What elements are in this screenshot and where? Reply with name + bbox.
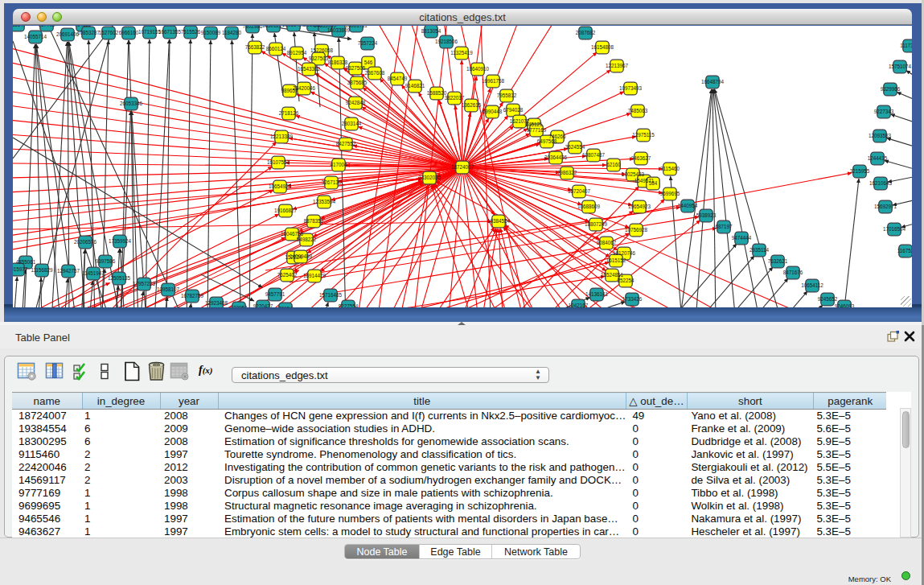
svg-text:9146821: 9146821 (405, 83, 425, 89)
svg-text:7802986: 7802986 (243, 26, 263, 29)
svg-text:8454749: 8454749 (388, 76, 408, 81)
svg-text:16033809: 16033809 (327, 27, 351, 33)
svg-text:16648794: 16648794 (701, 79, 725, 84)
svg-text:17359924: 17359924 (109, 238, 132, 244)
svg-text:1117384: 1117384 (900, 43, 912, 48)
svg-text:10688609: 10688609 (577, 204, 601, 209)
svg-text:10958107: 10958107 (157, 286, 180, 292)
svg-text:5498222: 5498222 (297, 237, 317, 242)
svg-text:17016504: 17016504 (883, 226, 906, 232)
svg-text:26053346: 26053346 (120, 101, 143, 106)
svg-text:9245652: 9245652 (818, 296, 838, 302)
svg-text:9474444: 9474444 (732, 235, 752, 241)
svg-text:9777169: 9777169 (527, 127, 547, 133)
svg-text:9227343: 9227343 (874, 109, 894, 114)
svg-text:8813054: 8813054 (421, 28, 441, 34)
svg-text:4855061: 4855061 (16, 259, 36, 265)
svg-text:14099489: 14099489 (290, 253, 313, 259)
svg-text:19654923: 19654923 (628, 204, 651, 209)
svg-text:8471676: 8471676 (783, 270, 803, 275)
svg-text:19384554: 19384554 (487, 218, 511, 224)
svg-text:23420046: 23420046 (293, 85, 316, 91)
svg-text:16543362: 16543362 (298, 66, 321, 72)
svg-text:19166827: 19166827 (274, 208, 298, 213)
svg-text:116753: 116753 (897, 248, 912, 253)
svg-text:10654112: 10654112 (801, 282, 823, 288)
svg-text:16210643: 16210643 (869, 180, 893, 186)
svg-text:9699695: 9699695 (660, 191, 680, 196)
svg-text:7632621: 7632621 (768, 258, 788, 264)
svg-text:6794028: 6794028 (503, 107, 524, 113)
svg-text:7357224: 7357224 (358, 40, 378, 46)
svg-text:1244415: 1244415 (868, 155, 888, 161)
svg-text:20206576: 20206576 (74, 239, 97, 245)
svg-text:3915977: 3915977 (13, 266, 28, 272)
svg-text:18807249: 18807249 (585, 221, 608, 227)
svg-text:9397586: 9397586 (96, 258, 116, 264)
svg-text:10807487: 10807487 (582, 152, 606, 158)
svg-text:19218506: 19218506 (435, 39, 458, 44)
svg-text:845121: 845121 (525, 122, 543, 127)
svg-text:122054: 122054 (230, 305, 248, 307)
svg-text:16046756: 16046756 (281, 231, 304, 237)
svg-text:12093583: 12093583 (869, 133, 892, 138)
svg-text:15226058: 15226058 (310, 47, 334, 53)
svg-text:7663822: 7663822 (245, 44, 265, 50)
svg-text:16107553: 16107553 (267, 159, 290, 165)
svg-text:1615152: 1615152 (606, 257, 626, 263)
svg-text:15692971: 15692971 (874, 204, 897, 209)
svg-text:917702: 917702 (38, 26, 55, 27)
svg-text:2935114: 2935114 (749, 247, 770, 253)
svg-text:11451947: 11451947 (82, 270, 105, 276)
svg-text:9327505: 9327505 (346, 65, 366, 71)
svg-text:12923468: 12923468 (205, 300, 228, 306)
svg-text:1184280: 1184280 (222, 30, 242, 35)
svg-text:2718126: 2718126 (279, 110, 299, 116)
svg-text:12353594: 12353594 (313, 199, 336, 204)
svg-text:764120: 764120 (74, 26, 92, 27)
svg-text:12081498: 12081498 (282, 26, 306, 27)
svg-text:9463627: 9463627 (631, 155, 651, 161)
svg-text:7986322: 7986322 (557, 170, 577, 175)
svg-text:546: 546 (364, 60, 373, 65)
svg-text:10853287: 10853287 (77, 30, 101, 35)
svg-text:2087682: 2087682 (576, 30, 596, 35)
svg-text:9115460: 9115460 (660, 166, 680, 171)
svg-text:3624554: 3624554 (565, 144, 585, 150)
svg-text:12213389: 12213389 (270, 134, 294, 139)
svg-text:9327503: 9327503 (309, 56, 329, 61)
svg-text:8660124: 8660124 (266, 46, 286, 51)
svg-text:1733426: 1733426 (622, 296, 643, 302)
svg-text:16524851: 16524851 (601, 272, 624, 278)
svg-text:10973493: 10973493 (619, 85, 643, 91)
svg-text:8186328: 8186328 (328, 60, 348, 65)
svg-text:211847: 211847 (13, 26, 27, 27)
svg-text:8427552: 8427552 (336, 141, 356, 146)
svg-text:16961758: 16961758 (482, 78, 505, 84)
svg-text:12213967: 12213967 (606, 63, 629, 68)
svg-text:62160: 62160 (606, 162, 621, 167)
svg-text:9220427: 9220427 (253, 303, 273, 307)
svg-text:9150089: 9150089 (201, 30, 221, 35)
svg-text:10025433: 10025433 (622, 171, 645, 177)
svg-text:20691406: 20691406 (56, 31, 80, 37)
svg-text:9084067: 9084067 (597, 240, 617, 245)
svg-text:7485063: 7485063 (628, 108, 648, 113)
svg-text:6497568: 6497568 (537, 138, 557, 144)
svg-text:10756928: 10756928 (625, 227, 648, 233)
svg-text:6990448: 6990448 (483, 109, 503, 114)
svg-text:3215955: 3215955 (850, 168, 870, 174)
svg-text:1042167: 1042167 (569, 303, 589, 307)
svg-text:15716485: 15716485 (319, 292, 343, 298)
svg-text:9246093: 9246093 (835, 303, 855, 307)
svg-text:80154: 80154 (278, 306, 293, 307)
svg-text:14055714: 14055714 (24, 34, 47, 39)
svg-text:2367608: 2367608 (365, 70, 385, 76)
svg-text:3822037: 3822037 (445, 95, 465, 101)
svg-text:1440954: 1440954 (678, 203, 698, 208)
svg-text:8878352: 8878352 (304, 218, 324, 224)
svg-text:3875685: 3875685 (347, 80, 368, 85)
svg-text:687197: 687197 (715, 224, 733, 229)
svg-text:16671355: 16671355 (158, 29, 182, 35)
svg-text:9329966: 9329966 (881, 86, 901, 92)
